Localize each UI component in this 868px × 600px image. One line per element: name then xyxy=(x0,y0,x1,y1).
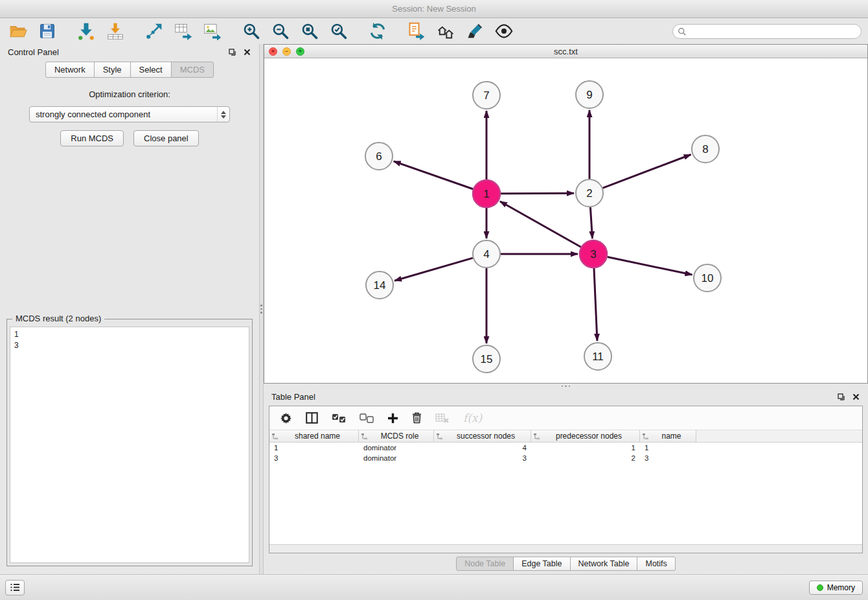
export-network-button[interactable] xyxy=(144,21,165,41)
tab-select[interactable]: Select xyxy=(130,62,172,78)
function-builder-button: f(x) xyxy=(463,411,482,424)
network-window: scc.txt ×−+ 7968124314101511 xyxy=(264,44,868,384)
style-button[interactable] xyxy=(464,21,485,41)
export-table-icon xyxy=(174,22,192,40)
home-button[interactable] xyxy=(435,21,456,41)
column-header-filler xyxy=(696,430,862,442)
eye-button[interactable] xyxy=(494,21,514,41)
table-tabs: Node TableEdge TableNetwork TableMotifs xyxy=(264,557,868,571)
column-label: successor nodes xyxy=(443,432,529,441)
graph-edge-2-3[interactable] xyxy=(590,207,592,238)
memory-button[interactable]: Memory xyxy=(809,581,863,595)
eye-icon xyxy=(495,22,513,40)
close-panel-button2[interactable]: Close panel xyxy=(133,130,199,146)
horizontal-splitter[interactable] xyxy=(264,384,868,389)
float-panel-button[interactable] xyxy=(228,48,236,56)
add-row-button[interactable] xyxy=(387,413,398,424)
table-hscrollbar[interactable] xyxy=(269,544,862,553)
tab-node-table[interactable]: Node Table xyxy=(456,557,514,571)
zoom-selected-button[interactable] xyxy=(328,21,349,41)
graph-node-label-2: 2 xyxy=(586,187,592,200)
graph-edge-1-2[interactable] xyxy=(501,193,574,194)
tab-motifs[interactable]: Motifs xyxy=(637,557,675,571)
close-window-button[interactable]: × xyxy=(269,47,277,56)
float-icon xyxy=(838,393,845,400)
graph-node-label-3: 3 xyxy=(590,248,596,260)
save-button[interactable] xyxy=(37,21,58,41)
table-row[interactable]: 1dominator411 xyxy=(269,443,862,453)
style-icon xyxy=(466,22,484,40)
delete-row-icon xyxy=(412,412,422,424)
graph-node-label-4: 4 xyxy=(483,248,489,260)
table-cell: 1 xyxy=(640,444,696,452)
float-table-panel-button[interactable] xyxy=(837,393,845,401)
refresh-icon xyxy=(369,22,387,40)
tab-style[interactable]: Style xyxy=(94,62,131,78)
window-title: Session: New Session xyxy=(392,4,475,14)
export-image-button[interactable] xyxy=(202,21,223,41)
main-toolbar xyxy=(0,18,868,44)
zoom-in-button[interactable] xyxy=(241,21,262,41)
export-network-icon xyxy=(145,22,163,40)
table-row[interactable]: 3dominator323 xyxy=(269,453,862,463)
mcds-result-title: MCDS result (2 nodes) xyxy=(12,314,104,323)
table-toolbar: f(x) xyxy=(269,406,862,430)
graph-edge-4-14[interactable] xyxy=(394,258,473,281)
table-panel-title: Table Panel xyxy=(271,392,315,402)
export-table-button[interactable] xyxy=(173,21,194,41)
tab-edge-table[interactable]: Edge Table xyxy=(513,557,570,571)
search-icon xyxy=(678,27,687,36)
column-header-predecessor-nodes[interactable]: predecessor nodes xyxy=(531,430,640,442)
task-history-button[interactable] xyxy=(5,580,25,595)
graph-edge-3-11[interactable] xyxy=(594,268,597,341)
minimize-window-button[interactable]: − xyxy=(282,47,291,56)
graph-edge-1-6[interactable] xyxy=(394,161,474,189)
graph-edge-3-10[interactable] xyxy=(608,257,692,275)
import-table-icon xyxy=(106,22,124,40)
folder-open-button[interactable] xyxy=(8,21,29,41)
column-label: MCDS role xyxy=(368,432,431,441)
close-table-panel-button[interactable] xyxy=(852,393,860,401)
column-header-mcds-role[interactable]: MCDS role xyxy=(359,430,434,442)
search-input[interactable] xyxy=(672,24,862,39)
tab-mcds[interactable]: MCDS xyxy=(171,62,214,78)
deselect-all-button[interactable] xyxy=(360,413,374,423)
network-window-titlebar: scc.txt ×−+ xyxy=(264,45,867,58)
select-all-button[interactable] xyxy=(332,413,346,423)
run-mcds-button[interactable]: Run MCDS xyxy=(60,130,124,146)
column-header-successor-nodes[interactable]: successor nodes xyxy=(434,430,531,442)
window-controls: ×−+ xyxy=(269,47,304,56)
mcds-tab-content: Optimization criterion: strongly connect… xyxy=(0,78,259,574)
zoom-window-button[interactable]: + xyxy=(296,47,304,56)
refresh-button[interactable] xyxy=(367,21,388,41)
control-panel: Control Panel NetworkStyleSelectMCDS Opt… xyxy=(0,44,259,574)
close-panel-button[interactable] xyxy=(243,48,251,56)
dropdown-arrows-icon xyxy=(217,107,229,122)
optimization-criterion-dropdown[interactable]: strongly connected component xyxy=(29,106,230,122)
network-graph: 7968124314101511 xyxy=(264,58,867,383)
columns-button[interactable] xyxy=(306,412,318,424)
vertical-splitter[interactable] xyxy=(259,44,264,574)
zoom-fit-button[interactable] xyxy=(299,21,320,41)
network-canvas[interactable]: 7968124314101511 xyxy=(264,58,867,383)
table-cell: 4 xyxy=(434,444,531,452)
import-table-button[interactable] xyxy=(105,21,126,41)
table-cell: 2 xyxy=(531,454,640,462)
zoom-out-icon xyxy=(271,22,290,40)
import-network-button[interactable] xyxy=(76,21,97,41)
tab-network-table[interactable]: Network Table xyxy=(570,557,638,571)
column-header-name[interactable]: name xyxy=(640,430,696,442)
network-window-title: scc.txt xyxy=(264,47,867,56)
column-header-shared-name[interactable]: shared name xyxy=(269,430,359,442)
list-icon xyxy=(10,583,20,592)
close-x-icon xyxy=(244,49,251,56)
zoom-out-button[interactable] xyxy=(270,21,291,41)
graph-edge-2-8[interactable] xyxy=(603,155,691,189)
graph-edge-3-1[interactable] xyxy=(500,202,581,247)
export-image-icon xyxy=(203,22,222,40)
clipboard-button[interactable] xyxy=(406,21,427,41)
delete-row-button[interactable] xyxy=(412,412,422,424)
table-empty-area xyxy=(269,463,862,544)
settings-gear-button[interactable] xyxy=(280,412,292,424)
tab-network[interactable]: Network xyxy=(45,62,95,78)
